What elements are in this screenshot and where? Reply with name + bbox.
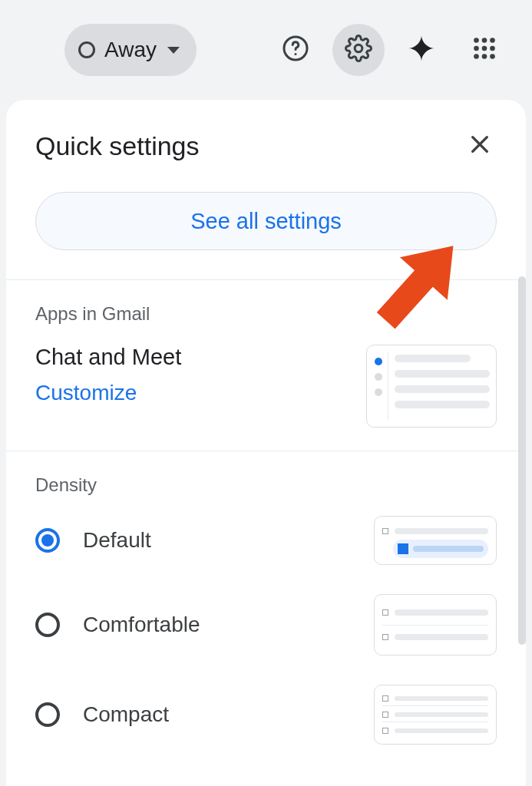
svg-point-2 [355,45,362,52]
gear-icon [345,35,372,65]
svg-point-4 [482,38,487,43]
see-all-settings-label: See all settings [190,209,342,234]
svg-point-1 [295,53,297,55]
quick-settings-panel: Quick settings See all settings Apps in … [6,100,526,786]
density-label: Default [83,528,151,553]
panel-header: Quick settings [6,100,526,186]
density-preview-comfortable [374,594,497,656]
svg-point-9 [474,54,479,59]
apps-grid-icon [471,35,498,65]
radio-icon [35,702,60,727]
scrollbar[interactable] [518,276,526,645]
density-section: Density Default Comfortable [6,451,526,768]
chat-meet-preview [366,345,497,428]
close-icon [468,132,492,160]
help-button[interactable] [269,24,322,76]
settings-button[interactable] [332,24,385,76]
top-bar: Away [0,0,532,100]
svg-point-11 [490,54,495,59]
svg-point-5 [490,38,495,43]
help-icon [282,35,309,65]
radio-icon [35,613,60,637]
apps-section: Apps in Gmail Chat and Meet Customize [6,280,526,451]
density-section-title: Density [35,474,497,496]
customize-link[interactable]: Customize [35,381,181,405]
close-button[interactable] [463,129,497,163]
density-preview-default [374,516,497,565]
sparkle-button[interactable] [395,24,448,76]
apps-button[interactable] [458,24,511,76]
chat-meet-label: Chat and Meet [35,345,181,370]
density-option-compact[interactable]: Compact [35,685,497,745]
svg-point-8 [490,46,495,51]
svg-point-10 [482,54,487,59]
svg-point-6 [474,46,479,51]
sparkle-icon [406,33,437,67]
panel-title: Quick settings [35,131,200,161]
apps-section-title: Apps in Gmail [35,303,497,325]
density-option-default[interactable]: Default [35,516,497,565]
status-chip[interactable]: Away [64,24,197,76]
status-away-icon [78,41,95,58]
chevron-down-icon [167,47,180,54]
see-all-settings-button[interactable]: See all settings [35,192,497,250]
svg-point-7 [482,46,487,51]
svg-point-3 [474,38,479,43]
density-label: Compact [83,702,169,727]
density-label: Comfortable [83,613,200,637]
radio-selected-icon [35,528,60,553]
density-preview-compact [374,685,497,745]
status-label: Away [104,38,157,62]
density-option-comfortable[interactable]: Comfortable [35,594,497,656]
